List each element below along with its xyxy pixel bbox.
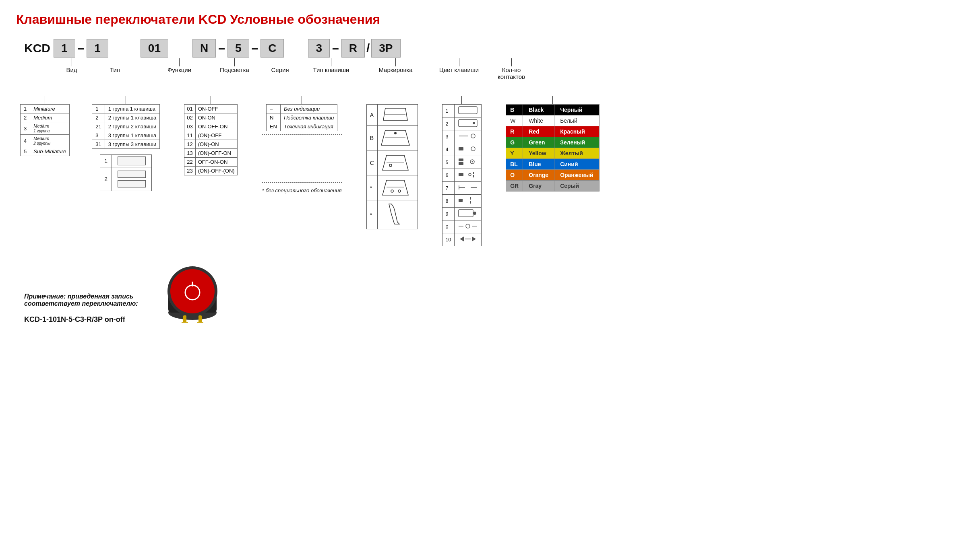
table-row: 2 2 группы 1 клавиша: [92, 113, 160, 122]
table-row: 8: [442, 195, 481, 208]
code-box-8: R: [341, 39, 365, 58]
label-funcii: Функции: [167, 66, 191, 73]
svg-marker-34: [460, 237, 464, 241]
table-row: 1: [442, 105, 481, 117]
table-row: GR Gray Серый: [506, 181, 599, 191]
svg-point-12: [471, 134, 475, 138]
table-row: B: [366, 126, 418, 150]
label-vid: Вид: [66, 66, 77, 73]
table-row: 0: [442, 220, 481, 233]
note-text-2: соответствует переключателю:: [24, 300, 138, 307]
table-row: ENТочечная индикация: [266, 122, 337, 131]
table-row: 2: [100, 167, 152, 191]
tip-section: 1 1 группа 1 клавиша 2 2 группы 1 клавиш…: [92, 96, 160, 191]
label-markirovka: Маркировка: [378, 66, 412, 73]
tip-klavishi-section: A B: [366, 96, 418, 229]
table-row: B Black Черный: [506, 105, 599, 115]
label-tsvet-klavishi: Цвет клавиши: [439, 66, 479, 73]
table-row: O Orange Оранжевый: [506, 170, 599, 181]
svg-rect-16: [459, 162, 463, 165]
table-row: 03ON-OFF-ON: [184, 122, 237, 131]
table-row: Y Yellow Желтый: [506, 148, 599, 159]
table-row: C: [366, 150, 418, 175]
code-box-3: 01: [141, 39, 168, 58]
func-table: 01ON-OFF 02ON-ON 03ON-OFF-ON 11(ON)-OFF …: [184, 104, 237, 175]
table-row: 23(ON)-OFF-(ON): [184, 167, 237, 175]
svg-rect-8: [459, 107, 477, 114]
svg-rect-28: [470, 201, 471, 204]
table-row: 10: [442, 233, 481, 246]
code-box-9: 3P: [371, 39, 400, 58]
label-tip-klavishi: Тип клавиши: [313, 66, 349, 73]
table-row: 11(ON)-OFF: [184, 131, 237, 140]
table-row: 1: [100, 155, 152, 167]
svg-rect-43: [183, 315, 186, 323]
label-podsvetka: Подсветка: [220, 66, 249, 73]
table-row: 4 Medium2 группы: [21, 135, 70, 147]
table-row: –Без индикации: [266, 105, 337, 113]
table-row: *: [366, 200, 418, 229]
page-title: Клавишные переключатели KCD Условные обо…: [16, 12, 964, 27]
svg-point-20: [469, 173, 471, 176]
table-row: 22OFF-ON-ON: [184, 158, 237, 167]
table-row: 7: [442, 182, 481, 195]
color-section: B Black Черный W White Белый R Red Красн…: [506, 96, 599, 191]
mark-table: 1 2 3 4: [442, 104, 482, 246]
table-row: A: [366, 105, 418, 126]
vid-section: 1 Miniature 2 Medium 3 Medium1 группа 4 …: [20, 96, 70, 156]
svg-rect-44: [198, 315, 202, 323]
table-row: BL Blue Синий: [506, 159, 599, 170]
tip-diagram: 1 2: [100, 154, 152, 191]
svg-point-2: [394, 132, 397, 134]
svg-point-7: [398, 190, 401, 192]
table-row: 3: [442, 130, 481, 143]
svg-rect-27: [470, 197, 471, 200]
series-note: * без специального обозначения: [262, 187, 342, 194]
table-row: 2 Medium: [21, 113, 70, 122]
table-row: G Green Зеленый: [506, 137, 599, 148]
svg-rect-26: [459, 199, 463, 202]
table-row: *: [366, 175, 418, 200]
svg-rect-19: [459, 173, 463, 176]
table-row: 1 1 группа 1 клавиша: [92, 105, 160, 113]
table-row: 13(ON)-OFF-ON: [184, 149, 237, 158]
code-box-1: 1: [54, 39, 75, 58]
table-row: 3 Medium1 группа: [21, 122, 70, 135]
table-row: R Red Красный: [506, 126, 599, 137]
tip-klavishi-table: A B: [366, 104, 418, 229]
vid-table: 1 Miniature 2 Medium 3 Medium1 группа 4 …: [20, 104, 70, 156]
code-slash: /: [366, 41, 370, 55]
note-section: Примечание: приведенная запись соответст…: [24, 262, 964, 324]
label-kolvo-kontaktov: Кол-во контактов: [498, 66, 525, 80]
code-dash-2: –: [218, 41, 225, 55]
code-dash-1: –: [78, 41, 85, 55]
light-table: –Без индикации NПодсветка клавиши ENТоче…: [266, 104, 338, 131]
code-box-7: 3: [308, 39, 330, 58]
table-row: 3 3 группы 1 клавиша: [92, 131, 160, 140]
switch-illustration: [162, 262, 223, 324]
svg-rect-13: [459, 147, 463, 150]
code-dash-4: –: [332, 41, 339, 55]
tip-table: 1 1 группа 1 клавиша 2 2 группы 1 клавиш…: [92, 104, 160, 149]
svg-rect-22: [473, 175, 474, 177]
note-text-1: Примечание: приведенная запись: [24, 293, 138, 300]
table-row: 9: [442, 208, 481, 220]
svg-rect-46: [197, 322, 203, 323]
svg-rect-45: [182, 322, 188, 323]
code-prefix: KCD: [24, 41, 50, 55]
svg-point-6: [391, 190, 393, 192]
table-row: 6: [442, 169, 481, 182]
table-row: 21 2 группы 2 клавиши: [92, 122, 160, 131]
mark-section: 1 2 3 4: [442, 96, 482, 246]
schematic-wrapper: KCD 1 – 1 01 N – 5 – C 3 – R: [16, 39, 964, 80]
table-row: 1 Miniature: [21, 105, 70, 113]
table-row: 5: [442, 156, 481, 169]
svg-point-14: [471, 147, 475, 151]
label-tip: Тип: [110, 66, 120, 73]
svg-marker-35: [472, 237, 476, 241]
table-row: NПодсветка клавиши: [266, 113, 337, 122]
svg-rect-15: [459, 159, 463, 161]
svg-point-4: [389, 164, 392, 167]
func-section: 01ON-OFF 02ON-ON 03ON-OFF-ON 11(ON)-OFF …: [184, 96, 237, 175]
svg-point-30: [473, 212, 476, 215]
